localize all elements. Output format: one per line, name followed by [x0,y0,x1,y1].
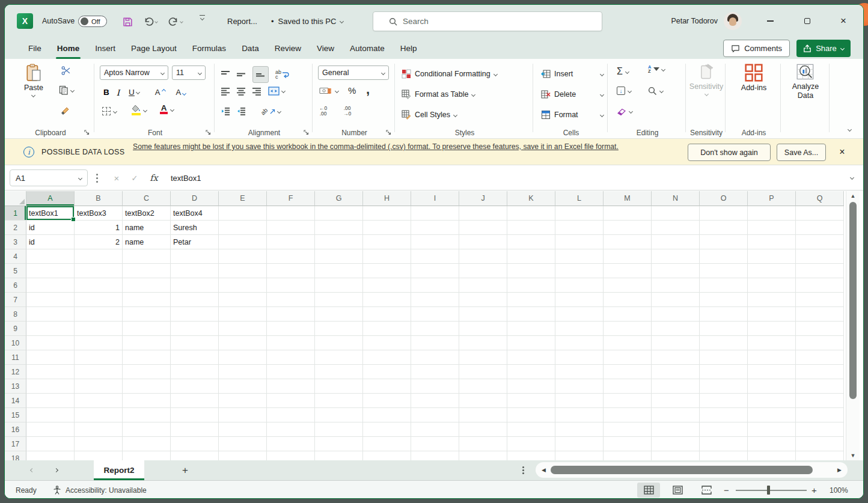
cell-L1[interactable] [555,206,604,221]
cell-J13[interactable] [459,379,507,394]
cell-D2[interactable]: Suresh [171,221,219,235]
cell-J1[interactable] [459,206,507,221]
cell-A7[interactable] [26,293,75,307]
number-format-combo[interactable]: General [318,66,389,80]
row-header-11[interactable]: 11 [5,350,26,365]
cell-N9[interactable] [652,322,700,336]
tab-file[interactable]: File [20,37,49,59]
cell-F4[interactable] [267,249,315,264]
merge-center-button[interactable] [268,87,285,96]
cell-F2[interactable] [267,221,315,235]
cell-B7[interactable] [75,293,123,307]
cell-F3[interactable] [267,235,315,249]
cell-P5[interactable] [748,264,796,278]
cell-B12[interactable] [75,365,123,379]
italic-button[interactable]: I [117,88,120,97]
redo-button[interactable] [168,15,183,28]
cell-G3[interactable] [315,235,363,249]
cell-H6[interactable] [363,278,411,293]
tab-insert[interactable]: Insert [87,37,123,59]
cell-J4[interactable] [459,249,507,264]
column-header-E[interactable]: E [219,191,267,206]
cell-P10[interactable] [748,336,796,350]
cell-B10[interactable] [75,336,123,350]
cell-I10[interactable] [411,336,459,350]
cell-G17[interactable] [315,437,363,451]
row-header-12[interactable]: 12 [5,365,26,379]
cell-C16[interactable] [123,422,171,437]
cell-K5[interactable] [507,264,555,278]
message-bar-link[interactable]: Some features might be lost if you save … [133,142,681,151]
cell-M3[interactable] [604,235,652,249]
row-header-18[interactable]: 18 [5,451,26,460]
font-name-combo[interactable]: Aptos Narrow [100,66,168,80]
cell-E13[interactable] [219,379,267,394]
cell-N13[interactable] [652,379,700,394]
column-header-B[interactable]: B [75,191,123,206]
column-header-A[interactable]: A [26,191,75,206]
cell-A8[interactable] [26,307,75,322]
cell-P9[interactable] [748,322,796,336]
cell-D6[interactable] [171,278,219,293]
row-header-2[interactable]: 2 [5,221,26,235]
increase-font-size-button[interactable]: A [153,87,167,98]
copy-button[interactable] [59,85,74,95]
decrease-indent-button[interactable] [221,107,230,115]
column-header-L[interactable]: L [555,191,604,206]
tab-view[interactable]: View [309,37,342,59]
cell-I8[interactable] [411,307,459,322]
cell-G12[interactable] [315,365,363,379]
cell-E14[interactable] [219,394,267,408]
cell-C15[interactable] [123,408,171,422]
top-align-button[interactable] [221,70,230,79]
cell-N12[interactable] [652,365,700,379]
row-header-1[interactable]: 1 [5,206,26,221]
cell-L16[interactable] [555,422,604,437]
previous-sheet-button[interactable] [23,460,41,480]
cell-P1[interactable] [748,206,796,221]
row-header-17[interactable]: 17 [5,437,26,451]
cell-J3[interactable] [459,235,507,249]
cell-M4[interactable] [604,249,652,264]
cell-A4[interactable] [26,249,75,264]
cell-I4[interactable] [411,249,459,264]
cell-N14[interactable] [652,394,700,408]
cell-A6[interactable] [26,278,75,293]
normal-view-button[interactable] [637,483,660,498]
conditional-formatting-button[interactable]: Conditional Formatting [402,66,497,82]
cell-Q6[interactable] [796,278,844,293]
cell-L4[interactable] [555,249,604,264]
save-button[interactable] [123,15,133,28]
select-all-corner[interactable] [5,191,26,206]
cell-N17[interactable] [652,437,700,451]
cell-O6[interactable] [700,278,748,293]
cell-F13[interactable] [267,379,315,394]
cell-Q18[interactable] [796,451,844,460]
sensitivity-button[interactable]: Sensitivity [688,64,725,96]
cell-L8[interactable] [555,307,604,322]
cell-B3[interactable]: 2 [75,235,123,249]
scroll-down-icon[interactable]: ▼ [851,453,856,459]
cell-B5[interactable] [75,264,123,278]
cell-K13[interactable] [507,379,555,394]
column-header-I[interactable]: I [411,191,459,206]
scroll-up-icon[interactable]: ▲ [851,193,856,199]
cell-E17[interactable] [219,437,267,451]
cell-N18[interactable] [652,451,700,460]
cell-M11[interactable] [604,350,652,365]
cell-P11[interactable] [748,350,796,365]
cell-F1[interactable] [267,206,315,221]
cell-G5[interactable] [315,264,363,278]
cell-K15[interactable] [507,408,555,422]
cell-M10[interactable] [604,336,652,350]
cell-J16[interactable] [459,422,507,437]
cell-A13[interactable] [26,379,75,394]
cell-D17[interactable] [171,437,219,451]
horizontal-scrollbar[interactable]: ◀ ▶ [536,462,848,478]
column-header-K[interactable]: K [507,191,555,206]
cell-K10[interactable] [507,336,555,350]
font-size-combo[interactable]: 11 [172,66,206,80]
cell-K6[interactable] [507,278,555,293]
comma-style-button[interactable]: , [366,82,370,97]
cell-O18[interactable] [700,451,748,460]
